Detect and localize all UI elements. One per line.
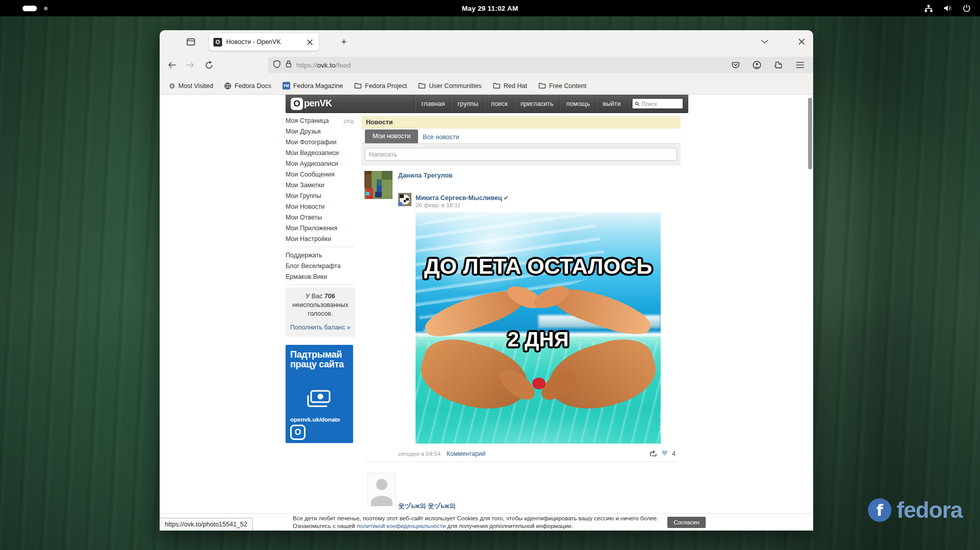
post-author-link[interactable]: Данила Трегулов [398, 172, 452, 179]
sidebar-wiki-link[interactable]: Ермаков.Вики [286, 273, 327, 280]
bookmark-fedora-magazine[interactable]: FMFedora Magazine [282, 82, 343, 90]
nav-help-link[interactable]: помощь [560, 95, 596, 113]
nav-logout-link[interactable]: выйти [596, 95, 627, 113]
fedora-circle-icon: f [868, 498, 891, 522]
nav-search-link[interactable]: поиск [484, 95, 513, 113]
sidebar-my-apps[interactable]: Мои Приложения [286, 225, 337, 232]
feed-header: Новости [361, 116, 681, 128]
repost-block: Микита Сергеєв-Мысливец✔ 26 февр. в 18:1… [398, 193, 678, 208]
browser-tab[interactable]: O Новости - OpenVK [209, 33, 319, 51]
sidebar-my-settings[interactable]: Мои Настройки [286, 235, 331, 243]
repost-avatar[interactable] [398, 193, 411, 206]
bookmark-red-hat[interactable]: Red Hat [493, 82, 527, 90]
navigation-toolbar: https://ovk.to/feed [160, 53, 813, 77]
top-up-balance-link[interactable]: Пополнить баланс » [289, 323, 352, 332]
site-favicon: O [213, 38, 222, 47]
gnome-top-bar: May 29 11:02 AM [0, 0, 980, 16]
ovk-donate-logo-icon: O [290, 425, 306, 440]
url-host: ovk.to [317, 61, 336, 69]
sidebar-my-groups[interactable]: Мои Группы [286, 192, 321, 200]
bookmark-fedora-project[interactable]: Fedora Project [354, 82, 407, 90]
sidebar-divider [286, 284, 355, 285]
like-heart-icon[interactable]: ♥ [661, 450, 668, 457]
sidebar-my-messages[interactable]: Мои Сообщения [286, 171, 335, 178]
post-author-link[interactable]: 웃ヅьж의 웃ヅьж의 [398, 502, 455, 510]
votes-prefix: У Вас [306, 293, 322, 300]
avatar-placeholder[interactable] [367, 473, 396, 507]
page-viewport: O penVK главная группы поиск пригласить … [160, 94, 813, 531]
sidebar-edit-link[interactable]: ред. [344, 118, 355, 124]
folder-icon [493, 82, 500, 89]
verified-check-icon: ✔ [504, 194, 509, 202]
nav-home-link[interactable]: главная [415, 95, 451, 113]
like-count[interactable]: 4 [672, 450, 676, 457]
feed-post: Данила Трегулов Микита Сергеєв-Мысливец✔… [361, 165, 681, 461]
cookie-line2: Ознакомьтесь с нашей политикой конфиденц… [293, 522, 658, 530]
sidebar-my-friends[interactable]: Мои Друзья [286, 128, 321, 135]
sidebar-support-link[interactable]: Поддержать [286, 252, 322, 259]
back-button[interactable] [164, 57, 180, 73]
sidebar-blog-link[interactable]: Блог Веселкрафта [286, 262, 341, 270]
firefox-view-button[interactable] [183, 34, 199, 50]
ad-url: openvk.uk/donate [290, 416, 340, 423]
cookie-agree-button[interactable]: Согласен [667, 517, 705, 528]
nav-groups-link[interactable]: группы [451, 95, 484, 113]
comment-link[interactable]: Комментарий [447, 450, 486, 457]
repost-author-link[interactable]: Микита Сергеєв-Мысливец [416, 194, 502, 202]
post-photo[interactable]: ДО ЛЕТА ОСТАЛОСЬ 2 ДНЯ ROFLBOT [416, 212, 661, 444]
search-input[interactable] [642, 101, 680, 107]
ovk-header: O penVK главная группы поиск пригласить … [286, 95, 688, 113]
url-scheme: https:// [296, 61, 317, 69]
sidebar-my-news[interactable]: Мои Новости [286, 203, 324, 210]
avatar[interactable] [364, 171, 393, 199]
menu-hamburger-icon[interactable] [792, 57, 808, 73]
list-tabs-chevron-button[interactable] [757, 34, 772, 49]
ovk-top-nav: главная группы поиск пригласить помощь в… [415, 95, 627, 113]
lock-icon[interactable] [285, 60, 292, 70]
account-icon[interactable] [749, 57, 765, 73]
bookmark-user-communities[interactable]: User Communities [418, 82, 482, 90]
post-date[interactable]: сегодня в 04:54 [398, 451, 441, 457]
tab-all-news[interactable]: Все новости [423, 134, 459, 141]
pocket-icon[interactable] [727, 57, 744, 73]
sidebar-my-photos[interactable]: Мои Фотографии [286, 139, 336, 146]
sidebar-my-videos[interactable]: Мои Видеозаписи [286, 149, 339, 157]
new-tab-button[interactable]: + [336, 34, 352, 50]
sidebar-my-notes[interactable]: Мои Заметки [286, 182, 324, 189]
bookmark-fedora-docs[interactable]: Fedora Docs [224, 82, 271, 90]
clock[interactable]: May 29 11:02 AM [0, 5, 980, 12]
nav-invite-link[interactable]: пригласить [514, 95, 560, 113]
power-icon[interactable] [963, 4, 971, 12]
tab-close-button[interactable] [304, 37, 315, 47]
network-icon[interactable] [924, 4, 933, 13]
reload-button[interactable] [201, 57, 217, 73]
forward-button[interactable] [182, 57, 199, 73]
browser-window: O Новости - OpenVK + [160, 30, 813, 531]
bookmark-free-content[interactable]: Free Content [538, 82, 586, 90]
sidebar-my-audios[interactable]: Мои Аудиозаписи [286, 160, 338, 167]
banknotes-icon [307, 390, 331, 410]
volume-icon[interactable] [943, 4, 952, 12]
bookmark-most-visited[interactable]: ⚙Most Visited [169, 82, 213, 90]
scrollbar-thumb[interactable] [808, 98, 812, 169]
sidebar-my-page[interactable]: Моя Страница [286, 117, 329, 124]
repost-icon[interactable] [649, 450, 657, 457]
votes-count: 706 [324, 293, 335, 300]
sidebar-my-answers[interactable]: Мои Ответы [286, 214, 322, 221]
donate-ad-banner[interactable]: Падтрымай працу сайта openvk.uk/donate O [286, 345, 353, 443]
tab-title: Новости - OpenVK [226, 38, 300, 46]
extensions-puzzle-icon[interactable] [770, 57, 787, 73]
repost-date[interactable]: 26 февр. в 18:11 [416, 202, 509, 208]
tab-my-news[interactable]: Мои новости [365, 129, 418, 143]
link-status-tooltip: https://ovk.to/photo15541_52 [160, 518, 253, 531]
cookie-notice-bar: Все дети любят печенье, поэтому этот веб… [160, 513, 813, 531]
gear-icon: ⚙ [169, 82, 176, 90]
url-path: /feed [336, 61, 351, 69]
ovk-logo[interactable]: O penVK [291, 98, 332, 110]
system-tray[interactable] [924, 0, 971, 16]
tracking-shield-icon[interactable] [273, 60, 281, 71]
window-close-button[interactable] [794, 34, 809, 49]
privacy-policy-link[interactable]: политикой конфиденциальности [357, 523, 446, 529]
compose-input[interactable] [365, 148, 677, 161]
ovk-search-box[interactable] [632, 98, 683, 109]
